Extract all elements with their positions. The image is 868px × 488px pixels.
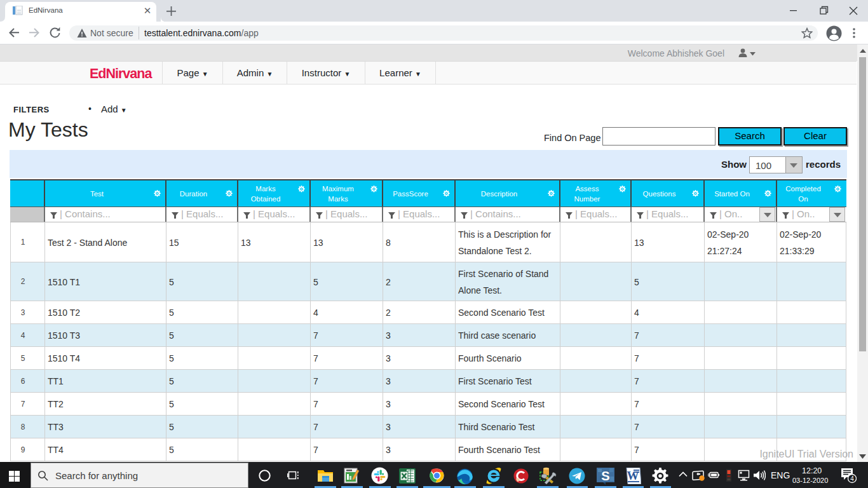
svg-text:S: S <box>601 469 609 483</box>
svg-text:W: W <box>627 469 639 482</box>
svg-text:4: 4 <box>850 475 854 482</box>
